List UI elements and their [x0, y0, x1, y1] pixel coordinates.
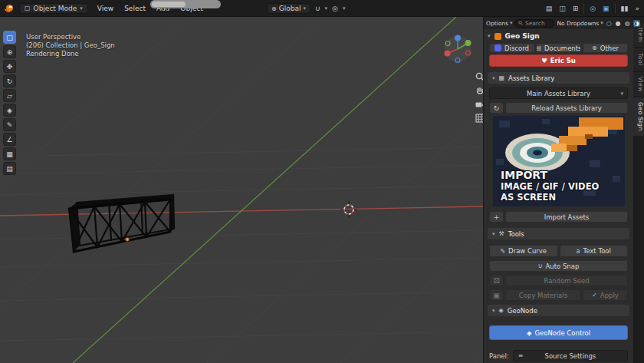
tool-cursor[interactable]: ⊕ [3, 45, 16, 58]
blender-logo-icon[interactable] [4, 2, 15, 14]
gizmo-x-axis[interactable] [445, 51, 451, 57]
chevron-down-icon: ▾ [620, 91, 623, 97]
source-settings-value: Source Settings [545, 352, 596, 360]
truss-object[interactable] [69, 195, 174, 252]
select-box-icon: ▢ [6, 34, 13, 41]
properties-icon[interactable]: ◫ [557, 5, 567, 12]
dice-icon-button[interactable]: ⚄ [489, 275, 504, 286]
tab-view[interactable]: View [633, 72, 644, 97]
tab-item[interactable]: Item [633, 23, 644, 47]
shading-material-icon[interactable]: ◍ [624, 20, 631, 27]
search-field[interactable] [514, 19, 554, 28]
tool-annotate[interactable]: ✎ [3, 118, 16, 131]
search-input[interactable] [525, 20, 551, 27]
assets-icon: ▦ [499, 74, 505, 81]
options-dropdown[interactable]: Options ▾ [486, 20, 512, 27]
tool-select-box[interactable]: ▢ [3, 31, 16, 44]
separator [583, 4, 584, 13]
tool-transform[interactable]: ◈ [3, 104, 16, 117]
object-mode-icon: ▢ [25, 5, 31, 12]
tools-header[interactable]: ▾ ⚒ Tools [488, 228, 629, 239]
gizmo-z-neg-axis[interactable] [455, 58, 460, 63]
viewport-3d[interactable]: User Perspective (206) Collection | Geo_… [0, 17, 483, 363]
mode-select[interactable]: ▢ Object Mode ▾ [19, 3, 88, 14]
proportional-options-chevron-icon[interactable]: ▾ [343, 5, 346, 12]
ortho-toggle-button[interactable] [474, 112, 483, 124]
random-seed-button[interactable]: Random Seed [505, 275, 628, 286]
cursor-icon: ⊕ [7, 48, 13, 56]
gizmo-y-axis[interactable] [465, 40, 472, 46]
sidebar-panel-geo-sign: ▾ Geo Sign Discord ▤ Documents ⊕ Other ♥… [483, 29, 633, 363]
text-tool-button[interactable]: a Text Tool [560, 245, 629, 257]
discord-icon [495, 45, 501, 51]
zoom-button[interactable] [474, 71, 483, 83]
gizmo-y-neg-axis[interactable] [445, 41, 450, 46]
tool-scale[interactable]: ▱ [3, 89, 16, 102]
support-row: ♥ Eric Su [489, 54, 628, 67]
rotate-icon: ↻ [7, 78, 13, 85]
snap-magnet-icon[interactable]: ∪ [314, 5, 322, 12]
draw-curve-button[interactable]: ✎ Draw Curve [489, 245, 558, 257]
floor-grid [0, 17, 483, 363]
import-icon-button[interactable]: + [489, 211, 504, 223]
tool-move[interactable]: ✥ [3, 60, 16, 73]
camera-icon [475, 99, 483, 110]
gizmo-x-neg-axis[interactable] [466, 51, 471, 55]
filter-label: No Dropdowns [557, 20, 599, 27]
preview-text-line1: IMPORT [501, 169, 547, 181]
extra-tool-icon: ▤ [6, 165, 13, 173]
shading-wireframe-icon[interactable]: ○ [606, 20, 613, 27]
cursor-3d [340, 201, 357, 218]
apply-button[interactable]: ✓ Apply [583, 289, 628, 301]
navigation-gizmo[interactable] [441, 32, 475, 66]
geonode-title: GeoNode [508, 307, 537, 315]
refresh-icon: ↻ [494, 104, 500, 112]
support-button[interactable]: ♥ Eric Su [489, 54, 628, 67]
shading-solid-icon[interactable]: ● [615, 20, 622, 27]
menu-view[interactable]: View [93, 1, 118, 16]
documents-button[interactable]: ▤ Documents [536, 43, 581, 53]
library-select[interactable]: Main Assets Library ▾ [489, 87, 628, 99]
reload-assets-button[interactable]: Reload Assets Library [505, 102, 628, 114]
collapse-chevron-icon[interactable]: ▾ [488, 33, 491, 39]
scene-canvas[interactable] [0, 17, 483, 363]
tab-geo-sign[interactable]: Geo Sign [633, 97, 644, 136]
timeline-icon[interactable]: ⊞ [571, 5, 580, 12]
assets-library-header[interactable]: ▾ ▦ Assets Library [488, 72, 629, 84]
shading-rendered-icon[interactable]: ◑ [633, 20, 640, 27]
scene-icon[interactable]: ◎ [588, 5, 597, 12]
tool-measure[interactable]: ∠ [3, 133, 16, 146]
recording-progress-pill[interactable] [150, 0, 221, 8]
camera-view-button[interactable] [474, 98, 483, 111]
tool-extra[interactable]: ▤ [3, 162, 16, 175]
copy-icon-button[interactable]: ▣ [489, 289, 504, 301]
skip-forward-icon[interactable]: » [633, 5, 641, 12]
orientation-select[interactable]: ⊕ Global ▾ [267, 3, 310, 14]
filter-dropdown[interactable]: No Dropdowns ▾ [557, 20, 603, 27]
tool-rotate[interactable]: ↻ [3, 74, 16, 87]
tool-add-cube[interactable]: ▦ [3, 147, 16, 160]
asset-preview[interactable]: IMPORT IMAGE / GIF / VIDEO AS SCREEN [493, 116, 625, 206]
import-assets-button[interactable]: Import Assets [505, 211, 628, 223]
outliner-icon[interactable]: ▤ [544, 5, 554, 12]
discord-button[interactable]: Discord [489, 43, 534, 53]
gizmo-z-axis[interactable] [455, 35, 461, 41]
tab-tool[interactable]: Tool [633, 48, 644, 71]
viewport-header: Options ▾ No Dropdowns ▾ ○ ● ◍ ◑ [483, 17, 633, 29]
geonode-control-button[interactable]: ◈ GeoNode Control [489, 325, 628, 340]
proportional-edit-icon[interactable]: ◎ [330, 5, 340, 12]
menu-icon: ≡ [518, 352, 524, 359]
menu-select[interactable]: Select [120, 1, 150, 16]
viewlayer-icon[interactable]: ▣ [601, 5, 611, 12]
pan-button[interactable] [474, 84, 483, 97]
auto-snap-button[interactable]: ∪ Auto Snap [489, 260, 628, 272]
orientation-label: Global [279, 5, 301, 12]
copy-materials-button[interactable]: Copy Materials [505, 289, 581, 301]
reload-icon-button[interactable]: ↻ [489, 102, 504, 114]
pause-icon[interactable]: ▮▮ [619, 5, 630, 12]
source-settings-select[interactable]: ≡ Source Settings [513, 350, 628, 361]
geonode-header[interactable]: ▾ ◈ GeoNode [488, 305, 629, 316]
sidebar-tabstrip: Item Tool View Geo Sign [633, 17, 644, 363]
snap-options-chevron-icon[interactable]: ▾ [325, 5, 328, 12]
other-button[interactable]: ⊕ Other [583, 43, 628, 53]
